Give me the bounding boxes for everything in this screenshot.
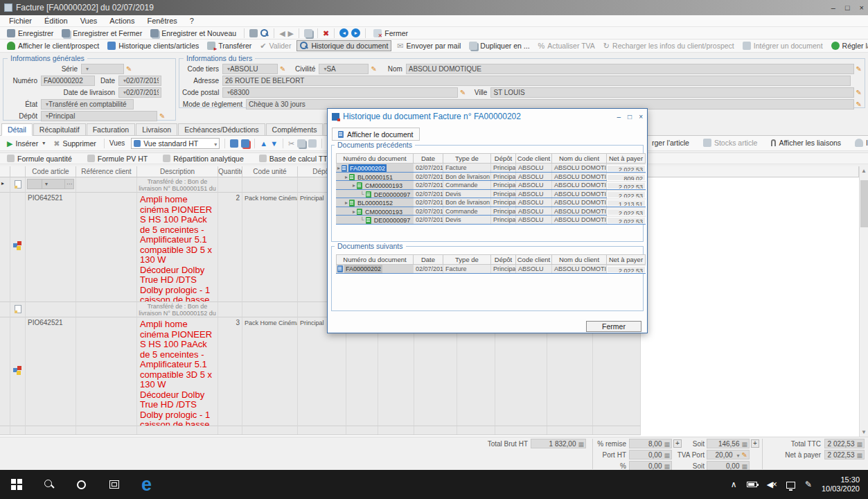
- taskbar-search-button[interactable]: [33, 470, 65, 499]
- history-column-header[interactable]: Date: [414, 153, 443, 164]
- save-close-button[interactable]: Enregistrer et Fermer: [59, 28, 145, 38]
- serie-edit-icon[interactable]: [126, 65, 132, 73]
- tree-cell[interactable]: [10, 317, 26, 426]
- history-column-header[interactable]: Nom du client: [552, 254, 607, 265]
- tree-connector-icon[interactable]: [360, 191, 364, 198]
- delete-line-button[interactable]: ✖Supprimer: [51, 139, 99, 148]
- remise-add-button[interactable]: +: [673, 439, 682, 448]
- row-selector[interactable]: [0, 317, 10, 426]
- total-ttc-field[interactable]: 2 022,53: [824, 439, 865, 448]
- history-column-header[interactable]: Nom du client: [552, 153, 607, 164]
- cell-unite[interactable]: [242, 177, 298, 193]
- cell-quantite[interactable]: [218, 177, 242, 193]
- ville-field[interactable]: ST LOUIS: [490, 87, 853, 98]
- tree-connector-icon[interactable]: [353, 182, 355, 189]
- history-clients-button[interactable]: Historique clients/articles: [105, 41, 202, 51]
- calculator-icon[interactable]: [856, 440, 862, 448]
- cell-quantite[interactable]: [218, 302, 242, 317]
- close-window-button[interactable]: Fermer: [371, 28, 411, 38]
- tree-cell[interactable]: [10, 302, 26, 317]
- history-row[interactable]: BL00000152 02/07/2019 Bon de livraison P…: [336, 198, 646, 207]
- calculator-icon[interactable]: [741, 462, 747, 470]
- reload-client-info-button[interactable]: ↻Recharger les infos du client/prospect: [601, 41, 737, 51]
- soit-remise-field[interactable]: 146,56: [707, 439, 750, 448]
- history-column-header[interactable]: Net à payer: [607, 153, 646, 164]
- nom-field[interactable]: ABSOLU DOMOTIQUE: [406, 64, 854, 74]
- tab[interactable]: Livraison: [136, 123, 177, 135]
- tree-cell[interactable]: [10, 177, 26, 193]
- cell-code-article[interactable]: ▾⋯: [26, 177, 76, 193]
- grid-export-icon[interactable]: [241, 139, 249, 148]
- send-mail-button[interactable]: ✉Envoyer par mail: [394, 41, 463, 51]
- validate-button[interactable]: ✔Valider: [257, 41, 294, 51]
- cell-unite[interactable]: Pack Home Cinéma: [242, 317, 298, 426]
- cell-quantite[interactable]: 2: [218, 193, 242, 302]
- history-column-header[interactable]: Code client: [516, 254, 552, 265]
- history-column-header[interactable]: Numéro du document: [336, 254, 414, 265]
- nom-edit-icon[interactable]: [856, 65, 862, 73]
- col-code-article[interactable]: Code article: [26, 166, 76, 177]
- cell-code-article[interactable]: [26, 302, 76, 317]
- calculator-icon[interactable]: [664, 440, 670, 448]
- code-tiers-edit-icon[interactable]: [280, 65, 285, 73]
- scrollbar-thumb[interactable]: [860, 180, 868, 227]
- col-reference-client[interactable]: Référence client: [76, 166, 137, 177]
- start-button[interactable]: [0, 470, 33, 499]
- cell-unite[interactable]: [242, 302, 298, 317]
- tree-connector-icon[interactable]: [360, 216, 364, 224]
- document-history-button[interactable]: Historique du document: [296, 40, 391, 51]
- formula-button[interactable]: Formule PV HT: [85, 154, 150, 164]
- edge-button[interactable]: e: [130, 470, 163, 499]
- scroll-up-icon[interactable]: ▲: [860, 166, 868, 175]
- pen-icon[interactable]: ✎: [805, 480, 812, 489]
- history-column-header[interactable]: Type de document: [443, 254, 491, 265]
- soit-escompte-field[interactable]: 0,00: [707, 461, 750, 471]
- formula-button[interactable]: Formule quantité: [4, 154, 75, 164]
- transfer-button[interactable]: Transférer: [204, 41, 254, 51]
- grid-tree-header[interactable]: [10, 166, 26, 177]
- calculator-icon[interactable]: [578, 440, 584, 448]
- row-selector[interactable]: [0, 193, 10, 302]
- tab[interactable]: Facturation: [87, 123, 136, 135]
- col-code-unite[interactable]: Code unité: [242, 166, 298, 177]
- integrate-document-button[interactable]: Intégrer un document: [740, 41, 826, 51]
- tree-cell[interactable]: [10, 426, 26, 435]
- intervenants-button[interactable]: Intervenants: [852, 138, 868, 148]
- calculator-icon[interactable]: [856, 451, 862, 459]
- undo-icon[interactable]: ◀: [279, 29, 285, 37]
- history-column-header[interactable]: Dépôt: [491, 153, 516, 164]
- history-column-header[interactable]: Code client: [516, 153, 552, 164]
- reload-article-button[interactable]: rger l'article: [649, 138, 692, 148]
- history-row[interactable]: FA00000202 02/07/2019 Facture Principal …: [336, 164, 646, 173]
- move-down-icon[interactable]: ▼: [270, 139, 278, 148]
- network-icon[interactable]: [786, 482, 795, 489]
- code-postal-edit-icon[interactable]: [460, 89, 466, 96]
- chevron-down-icon[interactable]: ▾: [42, 180, 51, 189]
- escompte-field[interactable]: 0,00: [629, 461, 672, 471]
- delete-icon[interactable]: ✖: [323, 29, 329, 37]
- redo-icon[interactable]: ▶: [288, 29, 294, 37]
- mode-reglement-edit-icon[interactable]: [856, 100, 862, 108]
- tray-chevron-icon[interactable]: ∧: [731, 480, 737, 489]
- net-a-payer-field[interactable]: 2 022,53: [824, 450, 865, 459]
- cell-reference[interactable]: [76, 193, 137, 302]
- col-quantite[interactable]: Quantité: [218, 166, 242, 177]
- menu-item[interactable]: Actions: [103, 17, 141, 25]
- depot-edit-icon[interactable]: [159, 112, 165, 120]
- delivery-date-field[interactable]: 02/07/2019: [118, 87, 161, 98]
- view-select[interactable]: Vue standard HT: [131, 138, 220, 149]
- formula-button[interactable]: Base de calcul TTC: [256, 154, 335, 164]
- dialog-close-icon[interactable]: [639, 113, 643, 121]
- minimize-icon[interactable]: [831, 3, 835, 12]
- tree-connector-icon[interactable]: [345, 199, 348, 207]
- col-description[interactable]: Description: [137, 166, 218, 177]
- tree-connector-icon[interactable]: [353, 208, 355, 216]
- history-column-header[interactable]: Net à payer: [607, 254, 646, 265]
- insert-button[interactable]: ▶Insérer: [4, 139, 48, 148]
- ville-edit-icon[interactable]: [856, 89, 862, 96]
- history-column-header[interactable]: Numéro du document: [336, 153, 414, 164]
- cell-reference[interactable]: [76, 302, 137, 317]
- tree-connector-icon[interactable]: [345, 173, 348, 181]
- copy-line-icon[interactable]: [297, 139, 305, 148]
- close-icon[interactable]: [860, 3, 864, 12]
